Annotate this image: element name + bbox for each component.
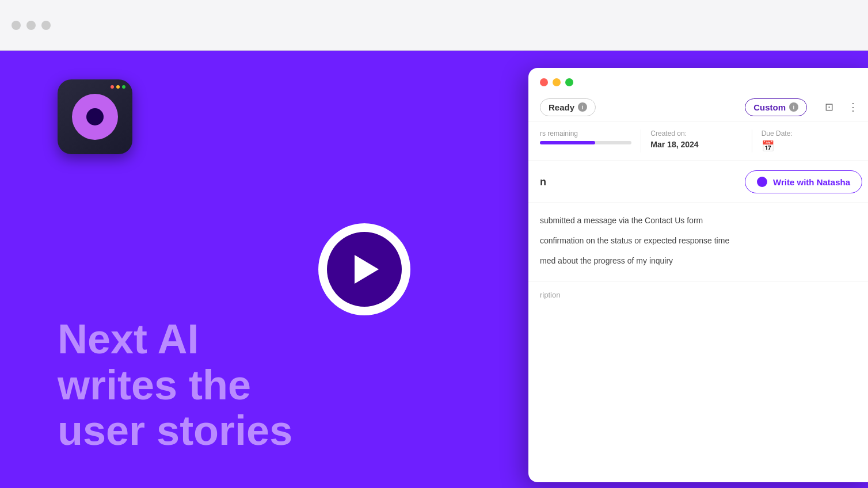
copy-icon-btn[interactable]: ⊡ <box>820 98 838 116</box>
app-panel: Ready i Custom i ⊡ ⋮ rs remaining Create… <box>528 68 868 482</box>
browser-maximize-btn[interactable] <box>41 21 51 30</box>
custom-info-icon[interactable]: i <box>789 102 798 112</box>
remaining-label: rs remaining <box>540 129 631 138</box>
panel-title-area: n Write with Natasha <box>528 161 868 203</box>
due-date-icon[interactable]: 📅 <box>762 140 853 152</box>
headline-line1: Next AI <box>58 317 292 362</box>
status-badge[interactable]: Ready i <box>540 98 596 116</box>
browser-minimize-btn[interactable] <box>26 21 36 30</box>
play-button-container[interactable] <box>318 223 410 315</box>
write-with-natasha-button[interactable]: Write with Natasha <box>745 170 862 193</box>
browser-chrome <box>0 0 868 51</box>
browser-traffic-lights <box>12 21 51 30</box>
due-col: Due Date: 📅 <box>752 129 862 152</box>
play-triangle-icon <box>355 255 379 284</box>
panel-close-btn[interactable] <box>540 78 548 86</box>
app-icon <box>58 79 132 154</box>
icon-dot-yellow <box>116 85 120 89</box>
write-btn-label: Write with Natasha <box>773 177 850 187</box>
icon-dot-red <box>111 85 114 89</box>
due-label: Due Date: <box>762 129 853 138</box>
created-label: Created on: <box>650 129 742 138</box>
hero-headline: Next AI writes the user stories <box>58 317 292 453</box>
panel-info-row: rs remaining Created on: Mar 18, 2024 Du… <box>528 121 868 161</box>
created-value: Mar 18, 2024 <box>650 140 742 149</box>
story-line-1: submitted a message via the Contact Us f… <box>540 215 862 227</box>
app-icon-bar <box>111 85 125 89</box>
remaining-bar <box>540 141 631 144</box>
panel-action-icons: ⊡ ⋮ <box>820 98 862 116</box>
write-btn-dot-icon <box>757 177 767 187</box>
play-button-outer[interactable] <box>318 223 410 315</box>
headline-line3: user stories <box>58 408 292 453</box>
remaining-bar-fill <box>540 141 595 144</box>
panel-section-title: n <box>540 176 745 188</box>
custom-badge-label: Custom <box>753 102 786 112</box>
panel-traffic-lights <box>528 68 868 93</box>
story-line-2: confirmation on the status or expected r… <box>540 235 862 247</box>
custom-badge[interactable]: Custom i <box>745 98 807 116</box>
description-label: ription <box>540 291 862 299</box>
icon-dot-green <box>122 85 125 89</box>
browser-close-btn[interactable] <box>12 21 21 30</box>
remaining-col: rs remaining <box>540 129 641 152</box>
panel-minimize-btn[interactable] <box>553 78 561 86</box>
panel-story-content: submitted a message via the Contact Us f… <box>528 203 868 281</box>
main-area: Next AI writes the user stories Ready i … <box>0 51 868 488</box>
created-col: Created on: Mar 18, 2024 <box>641 129 752 152</box>
panel-description: ription <box>528 281 868 308</box>
panel-header: Ready i Custom i ⊡ ⋮ <box>528 93 868 121</box>
app-icon-circle <box>72 94 118 140</box>
status-info-icon[interactable]: i <box>578 102 587 112</box>
play-button-inner[interactable] <box>327 232 402 307</box>
status-badge-label: Ready <box>549 102 574 112</box>
headline-line2: writes the <box>58 363 292 408</box>
story-line-3: med about the progress of my inquiry <box>540 255 862 267</box>
more-icon-btn[interactable]: ⋮ <box>844 98 862 116</box>
panel-maximize-btn[interactable] <box>565 78 573 86</box>
